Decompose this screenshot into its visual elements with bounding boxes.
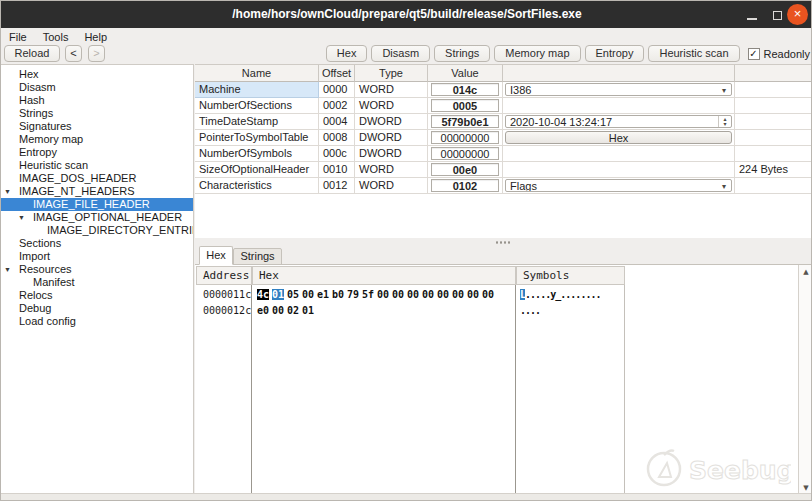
hex-value-button[interactable]: Hex <box>505 131 732 144</box>
hex-byte[interactable]: 79 <box>347 289 359 300</box>
menu-help[interactable]: Help <box>76 30 115 44</box>
maximize-icon[interactable] <box>773 11 782 20</box>
field-type[interactable]: WORD <box>355 162 428 178</box>
field-name-numberofsections[interactable]: NumberOfSections <box>195 98 319 114</box>
hex-byte[interactable]: e0 <box>257 305 269 316</box>
hex-row[interactable]: 0000012ce0000201.... <box>195 304 795 320</box>
hex-byte[interactable]: 00 <box>482 289 494 300</box>
field-offset[interactable]: 0008 <box>319 130 355 146</box>
field-name-characteristics[interactable]: Characteristics <box>195 178 319 194</box>
datetime-spinbox[interactable]: 2020-10-04 13:24:17▴▾ <box>505 115 732 128</box>
hex-byte[interactable]: 00 <box>272 305 284 316</box>
value-edit[interactable]: 00000000 <box>431 131 499 144</box>
sidebar-item-load-config[interactable]: Load config <box>1 315 193 328</box>
sidebar-item-heuristic-scan[interactable]: Heuristic scan <box>1 159 193 172</box>
sidebar-item-hex[interactable]: Hex <box>1 68 193 81</box>
hex-bytes[interactable]: e0000201 <box>257 305 317 316</box>
reload-button[interactable]: Reload <box>4 45 60 62</box>
sidebar-item-image-file-header[interactable]: IMAGE_FILE_HEADER <box>1 198 193 211</box>
field-name-pointertosymboltable[interactable]: PointerToSymbolTable <box>195 130 319 146</box>
sidebar-item-image-optional-header[interactable]: ▼IMAGE_OPTIONAL_HEADER <box>1 211 193 224</box>
field-offset[interactable]: 0000 <box>319 82 355 98</box>
field-type[interactable]: DWORD <box>355 146 428 162</box>
hex-byte[interactable]: 00 <box>302 289 314 300</box>
checkbox-checked-icon[interactable]: ✓ <box>748 48 760 60</box>
field-name-sizeofoptionalheader[interactable]: SizeOfOptionalHeader <box>195 162 319 178</box>
sidebar-item-image-dos-header[interactable]: IMAGE_DOS_HEADER <box>1 172 193 185</box>
sidebar-item-strings[interactable]: Strings <box>1 107 193 120</box>
hex-byte[interactable]: 00 <box>407 289 419 300</box>
field-offset[interactable]: 0012 <box>319 178 355 194</box>
field-offset[interactable]: 0002 <box>319 98 355 114</box>
sidebar-item-import[interactable]: Import <box>1 250 193 263</box>
value-combobox[interactable]: Flags▾ <box>505 179 732 192</box>
field-offset[interactable]: 0004 <box>319 114 355 130</box>
sidebar-item-manifest[interactable]: Manifest <box>1 276 193 289</box>
hex-byte[interactable]: 00 <box>437 289 449 300</box>
hex-byte[interactable]: 02 <box>287 305 299 316</box>
sidebar-item-entropy[interactable]: Entropy <box>1 146 193 159</box>
field-type[interactable]: WORD <box>355 82 428 98</box>
hex-bytes[interactable]: 4c010500e1b0795f0000000000000000 <box>257 289 497 300</box>
tab-hex[interactable]: Hex <box>199 246 233 265</box>
back-button[interactable]: < <box>65 45 82 62</box>
tab-strings[interactable]: Strings <box>233 248 282 265</box>
chevron-down-icon[interactable]: ▾ <box>722 85 726 96</box>
expander-icon[interactable]: ▼ <box>4 263 11 276</box>
field-name-numberofsymbols[interactable]: NumberOfSymbols <box>195 146 319 162</box>
hex-row[interactable]: 0000011c4c010500e1b0795f0000000000000000… <box>195 288 795 304</box>
field-type[interactable]: DWORD <box>355 114 428 130</box>
menu-file[interactable]: File <box>1 30 35 44</box>
hex-byte[interactable]: 01 <box>272 289 284 300</box>
toolbar-button-disasm[interactable]: Disasm <box>371 45 430 62</box>
sidebar-item-sections[interactable]: Sections <box>1 237 193 250</box>
hex-byte[interactable]: 00 <box>392 289 404 300</box>
toolbar-button-hex[interactable]: Hex <box>326 45 368 62</box>
toolbar-button-heuristic-scan[interactable]: Heuristic scan <box>648 45 739 62</box>
sidebar-item-resources[interactable]: ▼Resources <box>1 263 193 276</box>
field-name-timedatestamp[interactable]: TimeDateStamp <box>195 114 319 130</box>
value-edit[interactable]: 00000000 <box>431 147 499 160</box>
menu-tools[interactable]: Tools <box>35 30 77 44</box>
pane-splitter[interactable] <box>195 238 812 246</box>
minimize-icon[interactable] <box>747 18 757 20</box>
sidebar-item-image-nt-headers[interactable]: ▼IMAGE_NT_HEADERS <box>1 185 193 198</box>
field-type[interactable]: DWORD <box>355 130 428 146</box>
hex-scrollbar[interactable]: ▲ ▼ <box>798 265 812 496</box>
sidebar-item-signatures[interactable]: Signatures <box>1 120 193 133</box>
sidebar-item-hash[interactable]: Hash <box>1 94 193 107</box>
toolbar-button-memory-map[interactable]: Memory map <box>494 45 580 62</box>
expander-icon[interactable]: ▼ <box>18 211 25 224</box>
sidebar-item-memory-map[interactable]: Memory map <box>1 133 193 146</box>
hex-byte[interactable]: 00 <box>467 289 479 300</box>
hex-byte[interactable]: 01 <box>302 305 314 316</box>
hex-byte[interactable]: 4c <box>257 289 269 300</box>
hex-byte[interactable]: 00 <box>422 289 434 300</box>
scroll-up-icon[interactable]: ▲ <box>799 266 812 279</box>
expander-icon[interactable]: ▼ <box>4 185 11 198</box>
hex-byte[interactable]: 00 <box>377 289 389 300</box>
field-offset[interactable]: 000c <box>319 146 355 162</box>
value-edit[interactable]: 0102 <box>431 179 499 192</box>
chevron-down-icon[interactable]: ▾ <box>722 181 726 192</box>
value-edit[interactable]: 0005 <box>431 99 499 112</box>
sidebar-item-debug[interactable]: Debug <box>1 302 193 315</box>
hex-byte[interactable]: 5f <box>362 289 374 300</box>
hex-byte[interactable]: b0 <box>332 289 344 300</box>
spinner-arrows-icon[interactable]: ▴▾ <box>718 116 731 127</box>
value-edit[interactable]: 5f79b0e1 <box>431 115 499 128</box>
value-edit[interactable]: 014c <box>431 83 499 96</box>
toolbar-button-strings[interactable]: Strings <box>434 45 490 62</box>
value-edit[interactable]: 00e0 <box>431 163 499 176</box>
field-name-machine[interactable]: Machine <box>195 82 319 98</box>
field-offset[interactable]: 0010 <box>319 162 355 178</box>
splitter-handle-icon[interactable] <box>495 241 512 244</box>
toolbar-button-entropy[interactable]: Entropy <box>585 45 645 62</box>
hex-byte[interactable]: 05 <box>287 289 299 300</box>
hex-byte[interactable]: e1 <box>317 289 329 300</box>
close-icon[interactable]: × <box>787 4 808 25</box>
spin-down-icon[interactable]: ▾ <box>723 122 726 127</box>
hex-byte[interactable]: 00 <box>452 289 464 300</box>
readonly-toggle[interactable]: ✓ Readonly <box>744 48 810 60</box>
field-type[interactable]: WORD <box>355 178 428 194</box>
